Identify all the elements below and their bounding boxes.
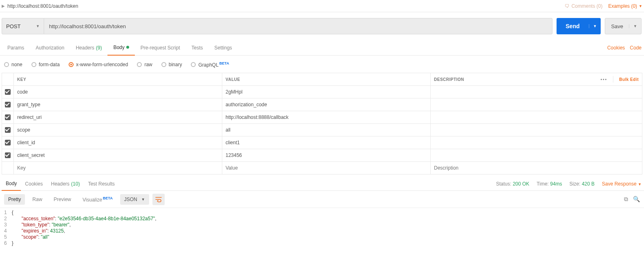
param-value[interactable]: http://localhost:8888/callback (222, 111, 430, 123)
table-row[interactable]: grant_type authorization_code (2, 98, 642, 111)
chevron-down-icon: ▼ (638, 182, 642, 186)
tab-prerequest[interactable]: Pre-request Script (135, 40, 186, 56)
tab-authorization[interactable]: Authorization (30, 40, 70, 56)
expand-chevron-icon[interactable]: ▶ (2, 4, 5, 8)
param-key[interactable]: redirect_uri (13, 111, 222, 123)
param-desc[interactable] (430, 149, 642, 161)
time-block: Time: 94ms (537, 181, 562, 187)
param-desc[interactable] (430, 124, 642, 136)
view-visualize[interactable]: VisualizeBETA (78, 194, 117, 205)
view-raw[interactable]: Raw (28, 194, 46, 205)
response-body[interactable]: 123 456 { "access_token": "e2e53546-db35… (0, 208, 644, 246)
param-key[interactable]: client_secret (13, 149, 222, 161)
chevron-down-icon: ▼ (141, 197, 145, 201)
tab-headers[interactable]: Headers(9) (70, 40, 107, 56)
cookies-link[interactable]: Cookies (607, 45, 625, 51)
url-input[interactable] (44, 18, 552, 34)
copy-icon[interactable]: ⧉ (624, 196, 628, 203)
bulk-edit-link[interactable]: Bulk Edit (619, 77, 639, 82)
resp-tab-tests[interactable]: Test Results (84, 177, 119, 191)
param-desc[interactable] (430, 136, 642, 149)
param-key[interactable]: scope (13, 124, 222, 136)
tab-body[interactable]: Body (107, 40, 134, 56)
checkbox-icon[interactable] (5, 127, 11, 133)
save-label: Save (605, 23, 629, 29)
save-button[interactable]: Save ▼ (605, 18, 642, 34)
chevron-down-icon: ▼ (639, 4, 642, 8)
comments-link[interactable]: 🗨 Comments (0) (565, 3, 602, 9)
divider (613, 76, 613, 83)
param-desc[interactable] (430, 98, 642, 111)
send-dropdown[interactable]: ▼ (589, 24, 601, 28)
new-desc-input[interactable] (434, 165, 642, 171)
param-value[interactable]: all (222, 124, 430, 136)
table-row[interactable]: code 2gMHpl (2, 86, 642, 98)
table-header: KEY VALUE DESCRIPTION ••• Bulk Edit (2, 73, 642, 86)
search-icon[interactable]: 🔍 (633, 196, 640, 203)
action-bar: POST ▼ Send ▼ Save ▼ (0, 12, 644, 40)
tab-tests[interactable]: Tests (186, 40, 208, 56)
col-value: VALUE (222, 73, 430, 85)
radio-xwww[interactable]: x-www-form-urlencoded (69, 62, 128, 67)
param-value[interactable]: 2gMHpl (222, 86, 430, 98)
tab-settings[interactable]: Settings (209, 40, 238, 56)
param-desc[interactable] (430, 86, 642, 98)
line-numbers: 123 456 (4, 210, 12, 246)
checkbox-icon[interactable] (5, 152, 11, 158)
param-key[interactable]: client_id (13, 136, 222, 149)
status-block: Status: 200 OK (496, 181, 529, 187)
param-desc[interactable] (430, 111, 642, 123)
checkbox-icon[interactable] (5, 102, 11, 107)
col-key: KEY (13, 73, 222, 85)
table-row[interactable]: redirect_uri http://localhost:8888/callb… (2, 111, 642, 124)
view-pretty[interactable]: Pretty (4, 194, 25, 205)
form-params-table: KEY VALUE DESCRIPTION ••• Bulk Edit code… (2, 73, 642, 174)
chevron-down-icon: ▼ (36, 24, 40, 28)
checkbox-icon[interactable] (5, 114, 11, 120)
wrap-lines-button[interactable] (152, 194, 165, 205)
param-value[interactable]: authorization_code (222, 98, 430, 111)
radio-raw[interactable]: raw (137, 62, 152, 67)
param-value[interactable]: 123456 (222, 149, 430, 161)
size-block: Size: 420 B (570, 181, 595, 187)
method-select[interactable]: POST ▼ (2, 18, 44, 34)
save-response-link[interactable]: Save Response ▼ (602, 181, 642, 187)
resp-tab-headers[interactable]: Headers(10) (47, 177, 84, 191)
resp-tab-body[interactable]: Body (2, 177, 21, 191)
table-row-new[interactable] (2, 162, 642, 174)
code-link[interactable]: Code (630, 45, 642, 51)
resp-tab-cookies[interactable]: Cookies (21, 177, 47, 191)
param-key[interactable]: code (13, 86, 222, 98)
code-lines: { "access_token": "e2e53546-db35-4ae4-8b… (12, 210, 157, 246)
col-desc: DESCRIPTION ••• Bulk Edit (430, 73, 642, 85)
save-dropdown[interactable]: ▼ (629, 24, 641, 28)
checkbox-icon[interactable] (5, 140, 11, 145)
examples-dropdown[interactable]: Examples (0) ▼ (608, 3, 642, 9)
radio-none[interactable]: none (4, 62, 22, 67)
send-button[interactable]: Send ▼ (557, 18, 601, 34)
radio-binary[interactable]: binary (161, 62, 182, 67)
table-row[interactable]: client_secret 123456 (2, 149, 642, 162)
format-select[interactable]: JSON▼ (120, 194, 149, 205)
new-value-input[interactable] (226, 165, 430, 171)
radio-graphql[interactable]: GraphQLBETA (191, 61, 229, 68)
request-title: http://localhost:8001/oauth/token (7, 3, 565, 9)
radio-formdata[interactable]: form-data (31, 62, 60, 67)
checkbox-icon[interactable] (5, 89, 11, 95)
param-key[interactable]: grant_type (13, 98, 222, 111)
request-tabs: Params Authorization Headers(9) Body Pre… (0, 40, 644, 56)
title-bar: ▶ http://localhost:8001/oauth/token 🗨 Co… (0, 0, 644, 12)
response-tabs: Body Cookies Headers(10) Test Results St… (0, 177, 644, 191)
new-key-input[interactable] (17, 165, 222, 171)
view-preview[interactable]: Preview (49, 194, 75, 205)
table-row[interactable]: scope all (2, 124, 642, 136)
tab-params[interactable]: Params (2, 40, 30, 56)
body-type-selector: none form-data x-www-form-urlencoded raw… (0, 56, 644, 73)
send-label: Send (557, 23, 588, 29)
dot-indicator-icon (126, 46, 129, 49)
response-view-bar: Pretty Raw Preview VisualizeBETA JSON▼ ⧉… (0, 191, 644, 208)
more-options-icon[interactable]: ••• (601, 77, 608, 82)
table-row[interactable]: client_id client1 (2, 136, 642, 149)
examples-label: Examples (0) (608, 3, 637, 9)
param-value[interactable]: client1 (222, 136, 430, 149)
